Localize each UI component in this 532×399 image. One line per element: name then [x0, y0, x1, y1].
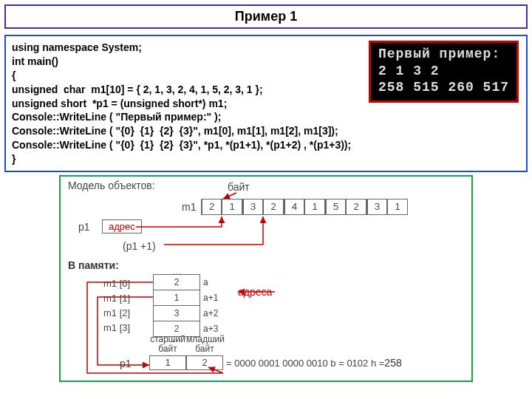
svg-line-0	[223, 193, 236, 199]
arrows-overlay	[61, 177, 474, 383]
code-line: }	[12, 152, 520, 166]
console-output: Первый пример: 2 1 3 2 258 515 260 517	[369, 41, 519, 103]
code-line: Console::WriteLine ( "Первый пример:" );	[12, 110, 520, 124]
code-block: Первый пример: 2 1 3 2 258 515 260 517 u…	[4, 35, 528, 172]
memory-diagram: Модель объектов: байт m1 2 1 3 2 4 1 5 2…	[59, 175, 473, 382]
output-line: Первый пример:	[378, 46, 509, 63]
output-line: 258 515 260 517	[378, 79, 509, 96]
code-line: Console::WriteLine ( "{0} {1} {2} {3}", …	[12, 138, 520, 152]
code-line: Console::WriteLine ( "{0} {1} {2} {3}", …	[12, 124, 520, 138]
output-line: 2 1 3 2	[378, 63, 509, 80]
page-title: Пример 1	[4, 4, 528, 29]
